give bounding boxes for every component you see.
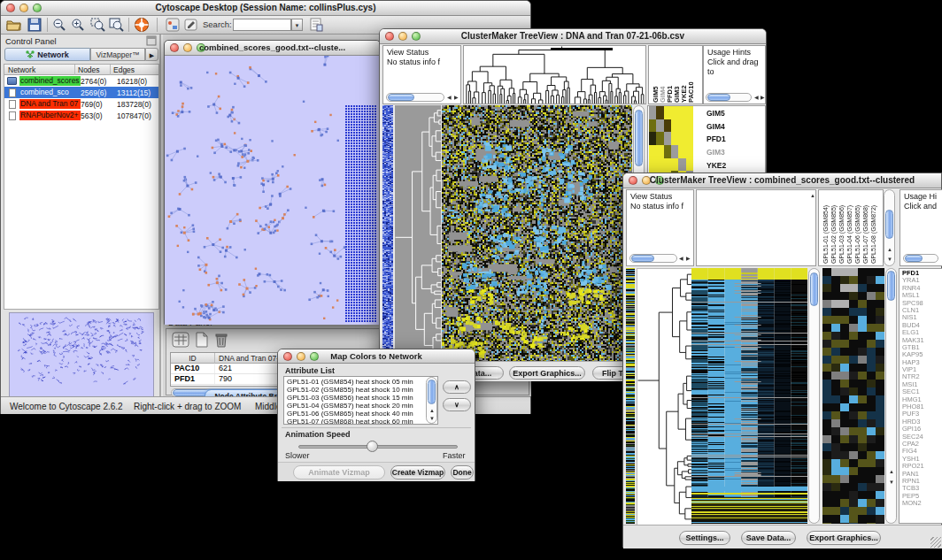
gene-list-item[interactable]: BUD4: [902, 322, 942, 329]
usage-hints-hscrollbar[interactable]: [903, 254, 938, 263]
gene-list-item[interactable]: RPN1: [902, 478, 942, 485]
zoom-heatmap-vscrollbar[interactable]: ▲ ▼: [885, 268, 897, 524]
new-attribute-icon[interactable]: [195, 332, 209, 348]
scroll-thumb[interactable]: [631, 255, 654, 262]
heatmap-vscrollbar[interactable]: [808, 268, 820, 524]
gene-list-item[interactable]: MSL1: [902, 292, 942, 299]
save-data-button[interactable]: Save Data...: [741, 531, 796, 545]
attribute-item[interactable]: GPL51-04 (GSM857) heat shock 20 min: [284, 402, 437, 410]
scroll-thumb[interactable]: [885, 210, 893, 239]
scroll-left-icon[interactable]: ◀: [447, 95, 452, 101]
open-session-icon[interactable]: [6, 18, 21, 32]
gene-list-item[interactable]: HRD3: [902, 418, 942, 426]
gene-list-item[interactable]: PAN1: [902, 471, 942, 478]
gene-list-item[interactable]: CPA2: [902, 441, 942, 448]
gene-list-item[interactable]: MSI1: [902, 381, 942, 388]
gene-list-item[interactable]: GTB1: [902, 344, 942, 351]
animation-speed-slider[interactable]: [298, 445, 458, 449]
gene-list-item[interactable]: MAK31: [902, 337, 942, 344]
scroll-down-icon[interactable]: ▼: [887, 257, 892, 263]
treeview-combined-titlebar[interactable]: ClusterMaker TreeView : combined_scores_…: [623, 173, 941, 188]
gene-list-item[interactable]: KAP95: [902, 351, 942, 358]
scroll-right-icon[interactable]: ▶: [686, 256, 691, 262]
search-dropdown-button[interactable]: ▼: [291, 19, 303, 31]
view-status-hscrollbar[interactable]: [386, 93, 444, 102]
scroll-thumb[interactable]: [635, 110, 643, 166]
scroll-thumb[interactable]: [810, 272, 818, 306]
annotation-icon[interactable]: [166, 18, 180, 32]
col-nodes[interactable]: Nodes: [75, 65, 111, 75]
attribute-item[interactable]: GPL51-06 (GSM865) heat shock 40 min: [284, 410, 437, 418]
gene-list-item[interactable]: YSH1: [902, 456, 942, 463]
column-dendrogram-canvas[interactable]: [464, 46, 645, 104]
settings-button[interactable]: Settings...: [679, 531, 730, 545]
search-config-icon[interactable]: [309, 18, 323, 32]
export-graphics-button[interactable]: Export Graphics...: [509, 366, 585, 380]
resize-grip[interactable]: [930, 537, 941, 548]
scroll-down-icon[interactable]: ▼: [429, 416, 435, 422]
export-graphics-button[interactable]: Export Graphics...: [807, 531, 881, 545]
attribute-list-vscrollbar[interactable]: ▲ ▼: [426, 377, 437, 424]
network-list-row[interactable]: DNA and Tran 07769(0)183728(0): [4, 98, 158, 110]
gene-list-item[interactable]: ELG1: [902, 329, 942, 336]
attribute-table-icon[interactable]: [172, 332, 189, 348]
gene-list-item[interactable]: PHO81: [902, 403, 942, 410]
scroll-thumb[interactable]: [905, 255, 923, 262]
tab-overflow-button[interactable]: ▶: [145, 48, 158, 61]
scroll-right-icon[interactable]: ▶: [761, 95, 765, 101]
attribute-item[interactable]: GPL51-03 (GSM856) heat shock 15 min: [284, 394, 437, 402]
tab-vizmapper[interactable]: VizMapper™: [90, 48, 145, 61]
search-input[interactable]: [233, 19, 291, 31]
attribute-item[interactable]: GPL51-01 (GSM854) heat shock 05 min: [284, 378, 437, 386]
zoom-out-icon[interactable]: [52, 18, 66, 32]
global-overview-strip[interactable]: [382, 105, 393, 361]
column-labels-vscrollbar[interactable]: ▲ ▼: [884, 189, 895, 266]
network-graph-canvas[interactable]: [165, 56, 380, 325]
usage-hints-hscrollbar[interactable]: [706, 93, 752, 102]
gene-list-item[interactable]: TCB3: [902, 485, 942, 492]
network-list-row[interactable]: RNAPuberNov2+563(0)107847(0): [4, 110, 158, 121]
gene-list-item[interactable]: NIS1: [902, 314, 942, 321]
dp-col-id[interactable]: ID: [171, 353, 215, 364]
zoom-in-icon[interactable]: [71, 18, 85, 32]
scroll-thumb[interactable]: [887, 271, 895, 301]
scroll-right-icon[interactable]: ▶: [454, 95, 459, 101]
scroll-thumb[interactable]: [428, 380, 436, 404]
delete-attribute-icon[interactable]: [214, 332, 228, 348]
scroll-up-icon[interactable]: ▲: [887, 247, 892, 253]
dialog-titlebar[interactable]: Map Colors to Network: [278, 349, 475, 364]
scroll-up-icon[interactable]: ▲: [429, 408, 435, 414]
global-overview-strip[interactable]: [626, 268, 635, 524]
scroll-up-icon[interactable]: ▲: [889, 469, 894, 475]
view-status-hscrollbar[interactable]: [629, 254, 677, 263]
scroll-up-icon[interactable]: ▲: [810, 193, 815, 199]
zoom-fit-icon[interactable]: [109, 18, 124, 32]
gene-list-item[interactable]: YRA1: [902, 277, 942, 284]
gene-list-item[interactable]: CLN1: [902, 307, 942, 314]
row-dendrogram-canvas[interactable]: [395, 105, 441, 361]
network-view-titlebar[interactable]: combined_scores_good.txt--cluste...: [165, 41, 380, 56]
scroll-left-icon[interactable]: ◀: [754, 95, 759, 101]
zoom-heatmap-canvas[interactable]: [822, 268, 884, 524]
gene-list-item[interactable]: PFD1: [902, 270, 942, 277]
gene-list-item[interactable]: FIG4: [902, 448, 942, 455]
tab-network[interactable]: Network: [4, 48, 90, 61]
float-panel-icon[interactable]: [146, 35, 157, 46]
gene-list-item[interactable]: SEC1: [902, 388, 942, 395]
gene-list-item[interactable]: RNR4: [902, 285, 942, 292]
col-network[interactable]: Network: [4, 65, 75, 75]
help-lifering-icon[interactable]: [134, 17, 150, 33]
gene-list-item[interactable]: MON2: [902, 500, 942, 507]
col-edges[interactable]: Edges: [111, 65, 158, 75]
row-dendrogram-canvas[interactable]: [637, 268, 692, 525]
gene-list-item[interactable]: HMG1: [902, 396, 942, 403]
scroll-left-icon[interactable]: ◀: [679, 256, 683, 262]
gene-list-item[interactable]: NTR2: [902, 373, 942, 380]
gene-list-item[interactable]: GPI16: [902, 426, 942, 433]
heatmap-canvas[interactable]: [442, 105, 632, 361]
network-list-row[interactable]: combined_scores2764(0)16218(0): [4, 75, 158, 87]
scroll-thumb[interactable]: [707, 94, 730, 101]
scroll-down-icon[interactable]: ▼: [889, 479, 894, 486]
attribute-item[interactable]: GPL51-02 (GSM855) heat shock 10 min: [284, 386, 437, 394]
attribute-item[interactable]: GPL51-07 (GSM868) heat shock 60 min: [284, 418, 437, 425]
